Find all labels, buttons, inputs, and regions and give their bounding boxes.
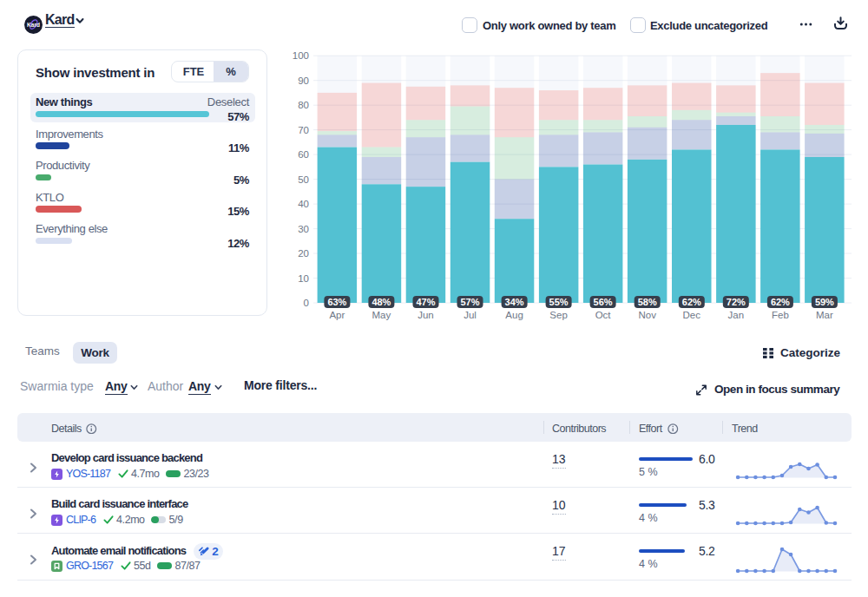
svg-text:Jan: Jan [728, 310, 745, 320]
svg-text:Jul: Jul [464, 310, 477, 320]
svg-text:Mar: Mar [816, 310, 833, 320]
svg-text:72%: 72% [727, 297, 746, 307]
svg-text:90: 90 [298, 75, 309, 86]
svg-text:55%: 55% [549, 297, 569, 307]
svg-text:0: 0 [304, 298, 309, 308]
svg-text:80: 80 [298, 100, 309, 110]
svg-text:Apr: Apr [329, 310, 345, 320]
svg-text:Kard: Kard [27, 22, 40, 28]
svg-text:Dec: Dec [683, 310, 701, 320]
svg-text:Feb: Feb [772, 310, 789, 320]
svg-text:10: 10 [298, 273, 309, 284]
svg-text:47%: 47% [416, 297, 435, 307]
svg-text:62%: 62% [771, 297, 790, 307]
svg-text:Aug: Aug [505, 310, 523, 320]
svg-text:62%: 62% [682, 297, 701, 307]
svg-text:20: 20 [298, 248, 309, 259]
svg-text:Nov: Nov [638, 310, 656, 320]
svg-text:56%: 56% [594, 297, 613, 307]
svg-text:Jun: Jun [418, 310, 434, 320]
svg-text:100: 100 [293, 50, 309, 61]
svg-text:Oct: Oct [595, 310, 612, 320]
svg-text:58%: 58% [638, 297, 657, 307]
svg-text:59%: 59% [815, 297, 834, 307]
svg-text:50: 50 [298, 174, 309, 185]
svg-text:48%: 48% [372, 297, 391, 307]
svg-text:57%: 57% [460, 297, 479, 307]
svg-text:60: 60 [298, 149, 309, 160]
svg-text:70: 70 [298, 125, 309, 135]
svg-text:40: 40 [298, 199, 309, 209]
svg-text:34%: 34% [505, 297, 524, 307]
svg-text:May: May [372, 310, 391, 320]
svg-text:Sep: Sep [549, 310, 567, 320]
svg-text:30: 30 [298, 224, 309, 234]
svg-text:63%: 63% [327, 297, 346, 307]
